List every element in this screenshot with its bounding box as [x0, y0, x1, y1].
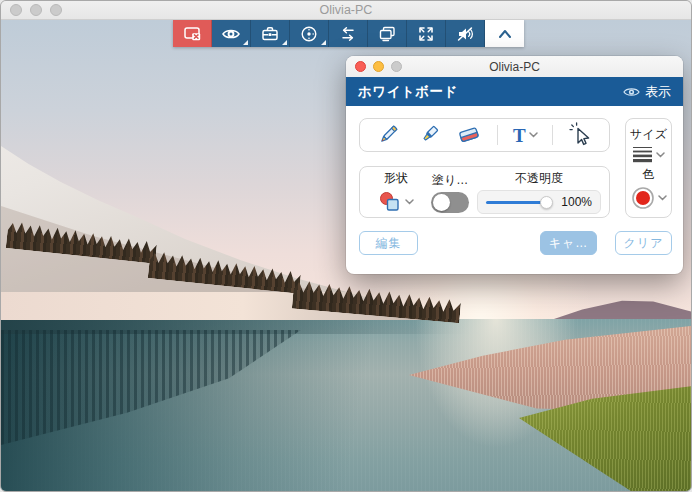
opacity-group: 不透明度 100%	[477, 170, 601, 214]
dropdown-corner	[321, 40, 326, 45]
whiteboard-header: ホワイトボード 表示	[346, 77, 683, 106]
fill-group: 塗り…	[423, 172, 477, 213]
whiteboard-title: ホワイトボード	[358, 83, 458, 101]
fullscreen-button[interactable]	[407, 20, 446, 47]
disconnect-button[interactable]	[173, 20, 212, 47]
file-transfer-button[interactable]	[329, 20, 368, 47]
shape-group: 形状	[368, 170, 423, 214]
dropdown-corner	[243, 40, 248, 45]
shapes-icon	[378, 190, 402, 214]
shape-picker[interactable]	[378, 190, 414, 214]
size-label: サイズ	[630, 126, 667, 143]
line-thickness-icon	[633, 146, 653, 163]
laser-pointer-tool-button[interactable]	[568, 122, 594, 148]
whiteboard-panel: Olivia-PC ホワイトボード 表示	[346, 56, 683, 274]
remote-touch-icon	[299, 24, 319, 44]
size-picker[interactable]	[633, 146, 665, 163]
chevron-up-icon	[495, 24, 515, 44]
chevron-down-icon	[658, 195, 667, 201]
fill-label: 塗り…	[432, 172, 468, 189]
shape-label: 形状	[384, 170, 408, 187]
file-transfer-icon	[338, 24, 358, 44]
pen-icon	[375, 122, 401, 148]
panel-titlebar: Olivia-PC	[346, 56, 683, 77]
opacity-label: 不透明度	[515, 170, 563, 187]
eye-icon	[623, 86, 640, 98]
chevron-down-icon	[529, 132, 538, 138]
toolbox-icon	[260, 24, 280, 44]
remote-actions-button[interactable]	[290, 20, 329, 47]
panel-actions: 編集 キャ… クリア	[346, 231, 683, 255]
text-tool-glyph: T	[513, 126, 526, 145]
speaker-muted-icon	[455, 24, 475, 44]
toggle-knob	[433, 194, 450, 211]
size-color-group: サイズ 色	[625, 118, 672, 218]
show-whiteboard-button[interactable]: 表示	[623, 83, 671, 101]
remote-desktop-view[interactable]: Olivia-PC ホワイトボード 表示	[1, 20, 691, 492]
disconnect-screen-icon	[182, 24, 202, 44]
color-picker[interactable]	[631, 186, 667, 210]
drawing-tools-group: T	[359, 118, 610, 152]
clear-button[interactable]: クリア	[615, 231, 672, 255]
color-label: 色	[643, 166, 655, 183]
main-window: Olivia-PC	[0, 0, 692, 492]
collapse-toolbar-button[interactable]	[485, 20, 524, 47]
shape-fill-opacity-group: 形状 塗り… 不透明度	[359, 166, 610, 218]
fill-toggle[interactable]	[431, 192, 469, 213]
chevron-down-icon	[405, 199, 414, 205]
text-tool-button[interactable]: T	[513, 126, 538, 145]
session-toolbar	[173, 20, 524, 47]
main-titlebar: Olivia-PC	[1, 1, 691, 20]
cancel-button[interactable]: キャ…	[540, 231, 597, 255]
divider	[497, 125, 498, 145]
eye-icon	[221, 24, 241, 44]
highlighter-icon	[416, 122, 442, 148]
view-options-button[interactable]	[212, 20, 251, 47]
chevron-down-icon	[656, 152, 665, 158]
mute-sound-button[interactable]	[446, 20, 485, 47]
divider	[552, 125, 553, 145]
eraser-icon	[456, 122, 482, 148]
fullscreen-expand-icon	[416, 24, 436, 44]
slider-knob[interactable]	[540, 196, 553, 209]
opacity-value: 100%	[561, 195, 592, 209]
panel-window-title: Olivia-PC	[346, 60, 683, 74]
multi-monitor-button[interactable]	[368, 20, 407, 47]
highlighter-tool-button[interactable]	[416, 122, 442, 148]
eraser-tool-button[interactable]	[456, 122, 482, 148]
dropdown-corner	[282, 40, 287, 45]
toolbox-button[interactable]	[251, 20, 290, 47]
laser-pointer-icon	[568, 122, 594, 148]
edit-button[interactable]: 編集	[359, 231, 418, 255]
pen-tool-button[interactable]	[375, 122, 401, 148]
color-swatch-icon	[631, 186, 655, 210]
multi-monitor-icon	[377, 24, 397, 44]
window-title: Olivia-PC	[1, 3, 691, 17]
opacity-slider[interactable]: 100%	[477, 190, 601, 214]
show-label: 表示	[645, 83, 671, 101]
slider-track	[486, 201, 547, 204]
